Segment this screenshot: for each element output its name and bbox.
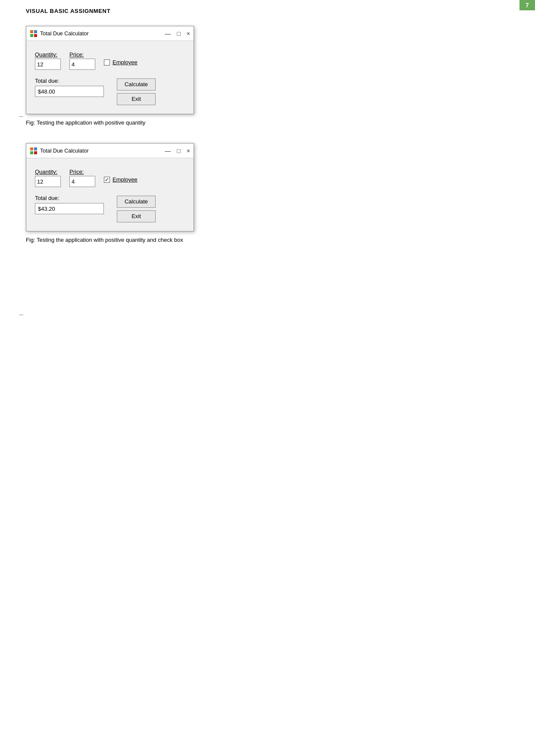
win-controls-1: — □ ×	[165, 31, 190, 37]
employee-label-1: Employee	[113, 59, 138, 66]
price-label-2: Price:	[69, 169, 95, 175]
total-group-1: Total due: $48.00	[35, 78, 104, 97]
total-group-2: Total due: $43.20	[35, 195, 104, 214]
page-number: 7	[519, 0, 535, 10]
app-icon-2	[30, 147, 38, 155]
quantity-group-1: Quantity:	[35, 51, 61, 70]
exit-button-1[interactable]: Exit	[117, 93, 156, 105]
price-group-2: Price:	[69, 169, 95, 187]
quantity-input-1[interactable]	[35, 59, 61, 70]
employee-group-1: Employee	[104, 59, 138, 66]
dialog-2: Total Due Calculator — □ × Quantity: Pri…	[26, 143, 194, 231]
svg-rect-2	[30, 34, 33, 37]
dialog-body-2: Quantity: Price: ✓ Employee Total due:	[26, 158, 194, 231]
caption-1: Fig: Testing the application with positi…	[26, 119, 500, 126]
total-due-value-1: $48.00	[35, 86, 104, 97]
close-btn-2[interactable]: ×	[187, 148, 190, 154]
price-input-1[interactable]	[69, 59, 95, 70]
buttons-group-2: Calculate Exit	[117, 196, 156, 222]
minimize-btn-1[interactable]: —	[165, 31, 171, 37]
dialog-1: Total Due Calculator — □ × Quantity: Pri…	[26, 26, 194, 114]
quantity-group-2: Quantity:	[35, 169, 61, 187]
price-label-1: Price:	[69, 51, 95, 58]
svg-rect-6	[30, 151, 33, 154]
employee-group-2: ✓ Employee	[104, 176, 138, 183]
ruler-mark-2	[19, 315, 23, 315]
form-row-top-1: Quantity: Price: Employee	[35, 51, 185, 70]
maximize-btn-1[interactable]: □	[177, 31, 180, 37]
employee-checkbox-1[interactable]	[104, 59, 110, 66]
employee-checkbox-2[interactable]: ✓	[104, 177, 110, 183]
ruler-mark-1	[19, 116, 23, 117]
titlebar-1: Total Due Calculator — □ ×	[26, 26, 194, 41]
calculate-button-2[interactable]: Calculate	[117, 196, 156, 208]
title-left-2: Total Due Calculator	[30, 147, 89, 155]
price-group-1: Price:	[69, 51, 95, 70]
close-btn-1[interactable]: ×	[187, 31, 190, 37]
form-row-bottom-1: Total due: $48.00 Calculate Exit	[35, 78, 185, 105]
screenshots-area: Total Due Calculator — □ × Quantity: Pri…	[26, 26, 500, 260]
maximize-btn-2[interactable]: □	[177, 148, 180, 154]
svg-rect-0	[30, 30, 33, 33]
price-input-2[interactable]	[69, 176, 95, 187]
checkmark-icon: ✓	[105, 177, 109, 183]
employee-label-2: Employee	[113, 176, 138, 183]
caption-2: Fig: Testing the application with positi…	[26, 237, 500, 243]
title-left-1: Total Due Calculator	[30, 30, 89, 37]
total-due-label-1: Total due:	[35, 78, 104, 84]
minimize-btn-2[interactable]: —	[165, 148, 171, 154]
form-row-bottom-2: Total due: $43.20 Calculate Exit	[35, 195, 185, 222]
dialog-title-2: Total Due Calculator	[40, 148, 89, 154]
quantity-label-1: Quantity:	[35, 51, 61, 58]
calculate-button-1[interactable]: Calculate	[117, 78, 156, 91]
total-due-label-2: Total due:	[35, 195, 104, 201]
win-controls-2: — □ ×	[165, 148, 190, 154]
svg-rect-3	[34, 34, 37, 37]
dialog-title-1: Total Due Calculator	[40, 31, 89, 37]
titlebar-2: Total Due Calculator — □ ×	[26, 144, 194, 158]
svg-rect-1	[34, 30, 37, 33]
quantity-input-2[interactable]	[35, 176, 61, 187]
exit-button-2[interactable]: Exit	[117, 210, 156, 222]
total-due-value-2: $43.20	[35, 203, 104, 214]
svg-rect-7	[34, 151, 37, 154]
quantity-label-2: Quantity:	[35, 169, 61, 175]
dialog-body-1: Quantity: Price: Employee Total due: $48…	[26, 41, 194, 114]
form-row-top-2: Quantity: Price: ✓ Employee	[35, 169, 185, 187]
buttons-group-1: Calculate Exit	[117, 78, 156, 105]
svg-rect-5	[34, 147, 37, 150]
svg-rect-4	[30, 147, 33, 150]
app-icon-1	[30, 30, 38, 37]
page-title: VISUAL BASIC ASSIGNMENT	[26, 8, 110, 14]
